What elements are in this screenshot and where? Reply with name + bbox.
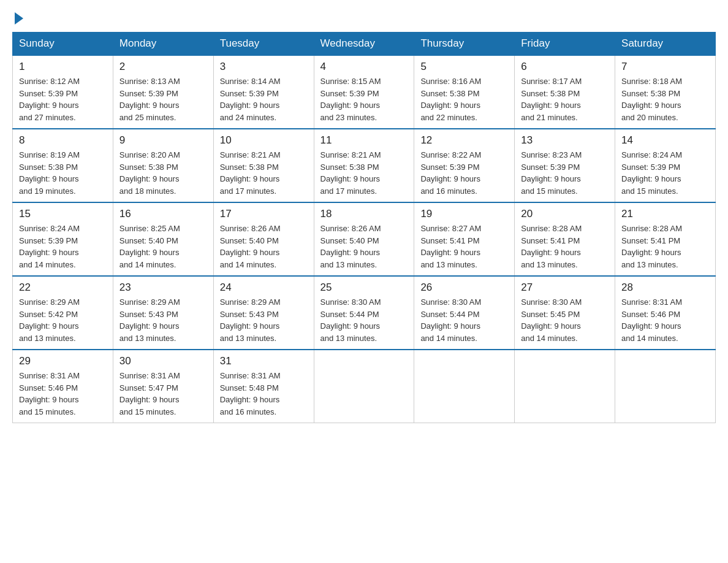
week-row-4: 22 Sunrise: 8:29 AM Sunset: 5:42 PM Dayl… [13,276,716,350]
sunset-label: Sunset: 5:44 PM [320,310,379,319]
calendar-cell: 3 Sunrise: 8:14 AM Sunset: 5:39 PM Dayli… [213,55,314,129]
sunset-label: Sunset: 5:39 PM [420,163,479,172]
daylight-minutes: and 19 minutes. [19,186,76,196]
sunrise-label: Sunrise: 8:24 AM [621,150,682,159]
sunset-label: Sunset: 5:41 PM [621,236,680,245]
sunrise-label: Sunrise: 8:17 AM [521,77,582,86]
calendar-cell: 28 Sunrise: 8:31 AM Sunset: 5:46 PM Dayl… [615,276,716,350]
day-number: 14 [621,134,709,147]
day-number: 3 [220,61,308,73]
sunrise-label: Sunrise: 8:22 AM [420,150,481,159]
daylight-minutes: and 27 minutes. [19,113,76,122]
calendar-cell: 13 Sunrise: 8:23 AM Sunset: 5:39 PM Dayl… [515,129,615,202]
daylight-minutes: and 21 minutes. [521,113,578,122]
sunset-label: Sunset: 5:39 PM [119,89,178,98]
sunset-label: Sunset: 5:45 PM [521,310,580,319]
sunset-label: Sunset: 5:38 PM [621,89,680,98]
day-number: 23 [119,282,207,294]
day-info: Sunrise: 8:28 AM Sunset: 5:41 PM Dayligh… [621,223,709,270]
sunset-label: Sunset: 5:41 PM [420,236,479,245]
daylight-label: Daylight: 9 hours [119,248,180,257]
day-number: 15 [19,208,107,220]
calendar-cell: 6 Sunrise: 8:17 AM Sunset: 5:38 PM Dayli… [515,55,615,129]
sunrise-label: Sunrise: 8:31 AM [220,371,281,380]
daylight-minutes: and 15 minutes. [119,407,176,416]
sunset-label: Sunset: 5:41 PM [521,236,580,245]
calendar-cell: 27 Sunrise: 8:30 AM Sunset: 5:45 PM Dayl… [515,276,615,350]
calendar-cell: 29 Sunrise: 8:31 AM Sunset: 5:46 PM Dayl… [13,350,113,423]
day-info: Sunrise: 8:30 AM Sunset: 5:44 PM Dayligh… [320,296,408,344]
day-number: 6 [521,61,609,73]
day-info: Sunrise: 8:19 AM Sunset: 5:38 PM Dayligh… [19,149,107,197]
daylight-label: Daylight: 9 hours [320,321,381,331]
day-info: Sunrise: 8:26 AM Sunset: 5:40 PM Dayligh… [220,223,308,270]
day-number: 18 [320,208,408,220]
daylight-label: Daylight: 9 hours [420,248,480,257]
calendar-cell: 2 Sunrise: 8:13 AM Sunset: 5:39 PM Dayli… [113,55,213,129]
calendar-cell: 15 Sunrise: 8:24 AM Sunset: 5:39 PM Dayl… [13,202,113,276]
sunrise-label: Sunrise: 8:12 AM [19,77,80,86]
day-number: 4 [320,61,408,73]
day-info: Sunrise: 8:14 AM Sunset: 5:39 PM Dayligh… [220,75,308,123]
calendar-cell: 16 Sunrise: 8:25 AM Sunset: 5:40 PM Dayl… [113,202,213,276]
daylight-minutes: and 24 minutes. [220,113,277,122]
sunrise-label: Sunrise: 8:31 AM [621,297,682,307]
daylight-label: Daylight: 9 hours [119,321,180,331]
daylight-label: Daylight: 9 hours [119,101,180,110]
daylight-minutes: and 13 minutes. [119,334,176,343]
daylight-label: Daylight: 9 hours [19,321,79,331]
day-info: Sunrise: 8:21 AM Sunset: 5:38 PM Dayligh… [220,149,308,197]
logo-triangle-icon [15,12,23,25]
day-number: 25 [320,282,408,294]
week-row-3: 15 Sunrise: 8:24 AM Sunset: 5:39 PM Dayl… [13,202,716,276]
daylight-minutes: and 13 minutes. [621,260,678,269]
daylight-minutes: and 17 minutes. [320,186,377,196]
sunrise-label: Sunrise: 8:30 AM [320,297,381,307]
sunset-label: Sunset: 5:39 PM [521,163,580,172]
day-number: 11 [320,134,408,147]
daylight-minutes: and 15 minutes. [521,186,578,196]
calendar-cell: 17 Sunrise: 8:26 AM Sunset: 5:40 PM Dayl… [213,202,314,276]
sunset-label: Sunset: 5:46 PM [19,383,78,393]
calendar-cell: 11 Sunrise: 8:21 AM Sunset: 5:38 PM Dayl… [314,129,414,202]
daylight-label: Daylight: 9 hours [621,248,681,257]
week-row-2: 8 Sunrise: 8:19 AM Sunset: 5:38 PM Dayli… [13,129,716,202]
day-info: Sunrise: 8:24 AM Sunset: 5:39 PM Dayligh… [19,223,107,270]
day-number: 7 [621,61,709,73]
daylight-minutes: and 15 minutes. [621,186,678,196]
daylight-minutes: and 18 minutes. [119,186,176,196]
header-row: SundayMondayTuesdayWednesdayThursdayFrid… [13,33,716,56]
sunrise-label: Sunrise: 8:29 AM [220,297,281,307]
day-info: Sunrise: 8:20 AM Sunset: 5:38 PM Dayligh… [119,149,207,197]
sunset-label: Sunset: 5:40 PM [320,236,379,245]
sunset-label: Sunset: 5:48 PM [220,383,279,393]
sunrise-label: Sunrise: 8:24 AM [19,224,80,233]
daylight-label: Daylight: 9 hours [119,395,180,404]
calendar-cell: 23 Sunrise: 8:29 AM Sunset: 5:43 PM Dayl… [113,276,213,350]
day-number: 31 [220,355,308,367]
daylight-minutes: and 14 minutes. [521,334,578,343]
daylight-label: Daylight: 9 hours [220,321,280,331]
daylight-minutes: and 17 minutes. [220,186,277,196]
sunset-label: Sunset: 5:42 PM [19,310,78,319]
calendar-cell: 12 Sunrise: 8:22 AM Sunset: 5:39 PM Dayl… [414,129,515,202]
daylight-minutes: and 13 minutes. [320,334,377,343]
day-number: 29 [19,355,107,367]
daylight-minutes: and 13 minutes. [521,260,578,269]
sunrise-label: Sunrise: 8:29 AM [119,297,180,307]
sunrise-label: Sunrise: 8:21 AM [320,150,381,159]
header-thursday: Thursday [414,33,515,56]
daylight-minutes: and 14 minutes. [119,260,176,269]
daylight-label: Daylight: 9 hours [220,395,280,404]
sunrise-label: Sunrise: 8:14 AM [220,77,281,86]
day-info: Sunrise: 8:31 AM Sunset: 5:46 PM Dayligh… [19,370,107,418]
day-info: Sunrise: 8:29 AM Sunset: 5:43 PM Dayligh… [220,296,308,344]
calendar-cell: 5 Sunrise: 8:16 AM Sunset: 5:38 PM Dayli… [414,55,515,129]
calendar-cell: 26 Sunrise: 8:30 AM Sunset: 5:44 PM Dayl… [414,276,515,350]
day-info: Sunrise: 8:24 AM Sunset: 5:39 PM Dayligh… [621,149,709,197]
calendar-cell: 8 Sunrise: 8:19 AM Sunset: 5:38 PM Dayli… [13,129,113,202]
day-info: Sunrise: 8:18 AM Sunset: 5:38 PM Dayligh… [621,75,709,123]
day-info: Sunrise: 8:17 AM Sunset: 5:38 PM Dayligh… [521,75,609,123]
header-monday: Monday [113,33,213,56]
calendar-table: SundayMondayTuesdayWednesdayThursdayFrid… [12,32,716,423]
